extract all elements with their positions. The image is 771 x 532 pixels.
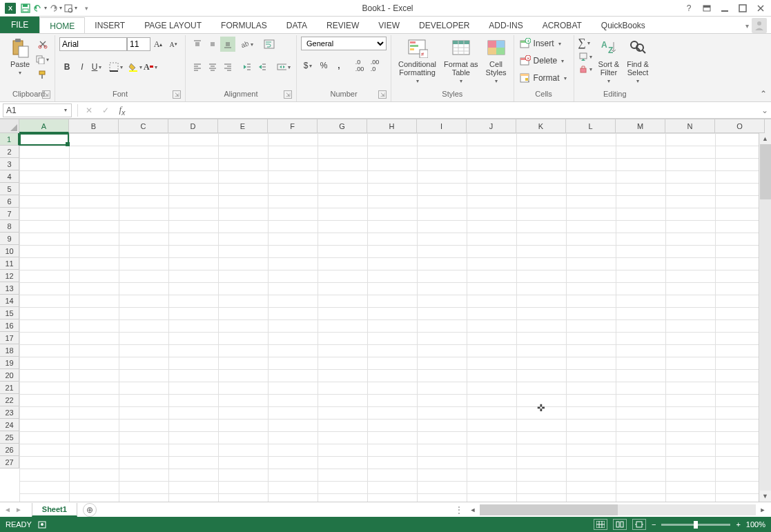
row-header[interactable]: 24	[0, 419, 19, 431]
ribbon-options-button[interactable]	[699, 1, 714, 15]
excel-app-icon[interactable]: X	[3, 1, 18, 15]
column-header[interactable]: K	[516, 119, 566, 133]
clipboard-launcher[interactable]: ⇲	[42, 90, 50, 99]
normal-view-button[interactable]	[594, 519, 607, 530]
vertical-scrollbar[interactable]: ▲ ▼	[759, 133, 771, 502]
tab-insert[interactable]: INSERT	[85, 17, 135, 33]
font-name-input[interactable]	[59, 37, 127, 51]
align-left-button[interactable]	[190, 59, 205, 75]
row-header[interactable]: 12	[0, 270, 19, 282]
align-right-button[interactable]	[220, 59, 235, 75]
row-header[interactable]: 25	[0, 431, 19, 444]
horizontal-scrollbar[interactable]	[480, 504, 756, 515]
cancel-formula-button[interactable]: ✕	[81, 104, 97, 117]
row-header[interactable]: 6	[0, 195, 19, 208]
cell-styles-button[interactable]: Cell Styles▾	[483, 37, 509, 86]
page-break-view-button[interactable]	[632, 519, 646, 530]
column-header[interactable]: C	[119, 119, 168, 133]
comma-format-button[interactable]: ,	[331, 58, 347, 73]
row-header[interactable]: 7	[0, 208, 19, 220]
collapse-ribbon-down[interactable]: ▾	[745, 22, 749, 30]
conditional-formatting-button[interactable]: ≠Conditional Formatting▾	[396, 37, 439, 86]
help-button[interactable]: ?	[681, 1, 696, 15]
decrease-font-button[interactable]: A▾	[166, 37, 181, 52]
row-header[interactable]: 18	[0, 344, 19, 357]
row-header[interactable]: 22	[0, 394, 19, 406]
horizontal-scroll-thumb[interactable]	[480, 504, 618, 515]
font-color-button[interactable]: A▾	[144, 59, 159, 75]
sheet-next-button[interactable]: ►	[15, 506, 22, 513]
delete-cells-button[interactable]: ×Delete▾	[518, 54, 567, 68]
cells-area[interactable]	[19, 133, 759, 502]
decrease-indent-button[interactable]	[240, 59, 255, 75]
row-header[interactable]: 27	[0, 456, 19, 469]
cut-button[interactable]	[35, 37, 50, 52]
orientation-button[interactable]: ab▾	[240, 37, 255, 52]
find-select-button[interactable]: Find & Select▾	[624, 37, 652, 86]
row-header[interactable]: 13	[0, 282, 19, 295]
insert-function-button[interactable]: fx	[114, 104, 130, 117]
formula-input[interactable]	[130, 104, 759, 117]
italic-button[interactable]: I	[75, 59, 90, 75]
decrease-decimal-button[interactable]: .00.0	[367, 58, 382, 73]
tab-acrobat[interactable]: ACROBAT	[533, 17, 592, 33]
column-header[interactable]: A	[19, 119, 69, 133]
accounting-format-button[interactable]: $▾	[301, 58, 316, 73]
tab-page-layout[interactable]: PAGE LAYOUT	[135, 17, 211, 33]
name-box[interactable]: A1▾	[3, 104, 72, 117]
row-header[interactable]: 14	[0, 295, 19, 307]
row-header[interactable]: 20	[0, 369, 19, 382]
row-header[interactable]: 9	[0, 233, 19, 245]
select-all-button[interactable]	[0, 119, 19, 133]
bold-button[interactable]: B	[59, 59, 75, 75]
row-header[interactable]: 17	[0, 332, 19, 344]
print-preview-button[interactable]: ▾	[64, 1, 79, 15]
format-cells-button[interactable]: Format▾	[518, 71, 569, 85]
row-header[interactable]: 16	[0, 319, 19, 332]
column-header[interactable]: M	[616, 119, 665, 133]
customize-qat-button[interactable]: ▾	[79, 1, 94, 15]
column-header[interactable]: H	[367, 119, 417, 133]
zoom-level[interactable]: 100%	[746, 520, 765, 529]
macro-record-icon[interactable]	[37, 520, 47, 529]
percent-format-button[interactable]: %	[316, 58, 331, 73]
column-header[interactable]: O	[715, 119, 765, 133]
clear-button[interactable]: ▾	[578, 64, 594, 74]
paste-button[interactable]: Paste▾	[7, 37, 33, 77]
new-sheet-button[interactable]: ⊕	[83, 503, 97, 517]
align-bottom-button[interactable]	[220, 37, 235, 52]
expand-formula-bar-button[interactable]: ⌄	[759, 106, 771, 115]
tab-home[interactable]: HOME	[39, 17, 85, 34]
tab-add-ins[interactable]: ADD-INS	[479, 17, 532, 33]
zoom-slider[interactable]	[661, 524, 730, 526]
autosum-button[interactable]: ∑▾	[578, 37, 594, 49]
increase-decimal-button[interactable]: .0.00	[352, 58, 367, 73]
minimize-button[interactable]	[717, 1, 732, 15]
row-header[interactable]: 19	[0, 357, 19, 369]
alignment-launcher[interactable]: ⇲	[284, 90, 292, 99]
row-header[interactable]: 2	[0, 146, 19, 158]
row-header[interactable]: 10	[0, 245, 19, 257]
tab-review[interactable]: REVIEW	[317, 17, 369, 33]
column-header[interactable]: F	[268, 119, 318, 133]
sheet-tab[interactable]: Sheet1	[32, 503, 77, 517]
row-header[interactable]: 5	[0, 183, 19, 195]
vertical-scroll-thumb[interactable]	[760, 144, 771, 199]
column-header[interactable]: E	[218, 119, 268, 133]
tab-formulas[interactable]: FORMULAS	[211, 17, 277, 33]
tab-file[interactable]: FILE	[0, 17, 39, 33]
column-header[interactable]: N	[665, 119, 715, 133]
row-header[interactable]: 11	[0, 257, 19, 270]
collapse-ribbon-button[interactable]: ⌃	[760, 89, 767, 99]
row-header[interactable]: 15	[0, 307, 19, 319]
align-top-button[interactable]	[190, 37, 205, 52]
tab-view[interactable]: VIEW	[369, 17, 409, 33]
number-format-select[interactable]: General	[301, 37, 387, 50]
user-account-icon[interactable]	[752, 18, 767, 33]
insert-cells-button[interactable]: +Insert▾	[518, 37, 564, 50]
fill-color-button[interactable]: ▾	[128, 59, 144, 75]
redo-button[interactable]: ▾	[48, 1, 64, 15]
row-header[interactable]: 26	[0, 444, 19, 456]
row-header[interactable]: 4	[0, 170, 19, 183]
border-button[interactable]: ▾	[109, 59, 124, 75]
